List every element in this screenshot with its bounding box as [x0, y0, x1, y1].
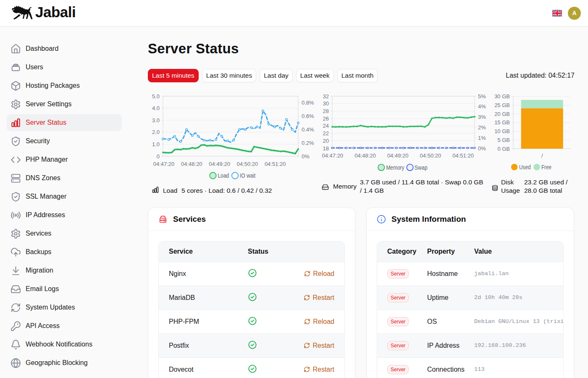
svg-text:5%: 5% [478, 93, 486, 100]
svg-text:Used: Used [519, 164, 531, 171]
svg-text:4%: 4% [478, 103, 486, 110]
svg-text:0: 0 [157, 153, 160, 160]
svg-text:0.6%: 0.6% [302, 113, 314, 119]
svg-text:04:50:20: 04:50:20 [420, 152, 441, 159]
svg-text:04:50:20: 04:50:20 [237, 161, 258, 167]
svg-text:0%: 0% [478, 145, 486, 152]
svg-text:24: 24 [323, 123, 329, 129]
svg-text:0.2%: 0.2% [302, 140, 314, 146]
svg-text:04:49:20: 04:49:20 [387, 152, 409, 159]
svg-text:26: 26 [323, 116, 329, 122]
svg-text:0.8%: 0.8% [302, 100, 314, 106]
svg-text:4.0: 4.0 [152, 105, 160, 111]
svg-text:04:49:20: 04:49:20 [209, 161, 230, 167]
svg-text:10 GB: 10 GB [494, 128, 510, 134]
svg-text:0 GB: 0 GB [497, 146, 510, 152]
svg-text:IO wait: IO wait [240, 172, 256, 179]
svg-text:30: 30 [323, 100, 329, 107]
svg-text:0%: 0% [302, 153, 310, 160]
svg-text:28: 28 [323, 108, 329, 114]
svg-text:Free: Free [541, 164, 551, 171]
svg-text:2.0: 2.0 [152, 129, 160, 135]
svg-text:18: 18 [323, 145, 329, 152]
svg-text:1.0: 1.0 [152, 141, 160, 147]
svg-text:04:47:20: 04:47:20 [322, 152, 343, 159]
svg-text:Memory: Memory [386, 164, 404, 171]
svg-text:5 GB: 5 GB [497, 137, 510, 143]
svg-text:2%: 2% [478, 124, 486, 131]
svg-text:Swap: Swap [415, 164, 428, 171]
svg-text:1%: 1% [478, 135, 486, 141]
svg-text:25 GB: 25 GB [494, 102, 510, 108]
svg-text:32: 32 [323, 93, 329, 100]
svg-text:22: 22 [323, 130, 329, 136]
svg-text:04:48:20: 04:48:20 [181, 161, 202, 167]
svg-text:/: / [541, 152, 543, 159]
svg-text:04:51:20: 04:51:20 [452, 152, 474, 159]
svg-text:20 GB: 20 GB [494, 111, 510, 117]
svg-text:15 GB: 15 GB [494, 119, 510, 126]
svg-text:Load: Load [218, 172, 229, 179]
svg-text:5.0: 5.0 [152, 93, 160, 100]
svg-text:30 GB: 30 GB [494, 93, 510, 100]
svg-text:3.0: 3.0 [152, 117, 160, 123]
svg-text:20: 20 [323, 138, 329, 144]
svg-text:04:48:20: 04:48:20 [354, 152, 376, 159]
svg-text:3%: 3% [478, 114, 486, 120]
svg-text:04:47:20: 04:47:20 [153, 161, 175, 167]
svg-text:0.4%: 0.4% [302, 126, 314, 133]
svg-text:04:51:20: 04:51:20 [265, 161, 286, 167]
